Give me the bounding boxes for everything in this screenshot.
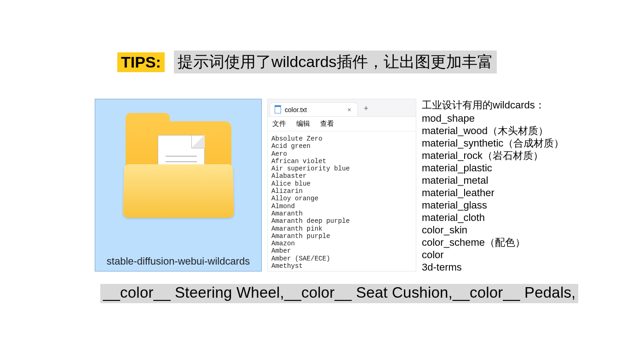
editor-tab-title: color.txt xyxy=(285,106,307,113)
editor-line: Amazon xyxy=(271,240,412,247)
editor-menu: 文件 编辑 查看 xyxy=(268,117,416,131)
wildcard-item: material_metal xyxy=(422,174,569,187)
tips-description: 提示词使用了wildcards插件，让出图更加丰富 xyxy=(174,51,497,74)
editor-line: Absolute Zero xyxy=(271,135,412,142)
menu-edit[interactable]: 编辑 xyxy=(296,119,310,128)
tips-badge: TIPS: xyxy=(117,52,165,72)
wildcards-list: mod_shapematerial_wood（木头材质）material_syn… xyxy=(422,112,569,273)
menu-file[interactable]: 文件 xyxy=(272,119,286,128)
wildcard-item: material_wood（木头材质） xyxy=(422,124,569,137)
wildcard-item: material_rock（岩石材质） xyxy=(422,149,569,162)
editor-line: Almond xyxy=(271,203,412,210)
notepad-icon xyxy=(275,106,281,113)
wildcard-item: mod_shape xyxy=(422,112,569,124)
editor-tabbar: color.txt × + xyxy=(268,99,416,117)
wildcard-item: material_synthetic（合成材质） xyxy=(422,137,569,149)
editor-body[interactable]: Absolute ZeroAcid greenAeroAfrican viole… xyxy=(268,131,416,271)
editor-line: Amaranth purple xyxy=(271,232,412,240)
editor-line: Amaranth xyxy=(271,210,412,217)
text-editor-window: color.txt × + 文件 编辑 查看 Absolute ZeroAcid… xyxy=(267,99,416,272)
wildcard-item: 3d-terms xyxy=(422,261,569,273)
wildcard-item: color xyxy=(422,249,569,261)
editor-line: Alizarin xyxy=(271,187,412,195)
editor-line: African violet xyxy=(271,158,412,165)
menu-view[interactable]: 查看 xyxy=(320,119,334,128)
editor-line: Aero xyxy=(271,150,412,158)
editor-line: Alabaster xyxy=(271,172,412,180)
editor-line: Amethyst xyxy=(271,262,412,270)
folder-panel[interactable]: stable-diffusion-webui-wildcards xyxy=(95,99,262,272)
close-icon[interactable]: × xyxy=(347,106,351,113)
wildcard-item: material_leather xyxy=(422,187,569,199)
wildcard-item: material_glass xyxy=(422,199,569,211)
wildcards-column: 工业设计有用的wildcards： mod_shapematerial_wood… xyxy=(422,99,569,273)
wildcard-item: color_scheme（配色） xyxy=(422,236,569,249)
wildcard-item: material_cloth xyxy=(422,211,569,224)
editor-line: Amaranth pink xyxy=(271,225,412,232)
wildcard-item: color_skin xyxy=(422,224,569,236)
wildcard-item: material_plastic xyxy=(422,162,569,174)
editor-line: Amber (SAE/ECE) xyxy=(271,255,412,262)
editor-line: Air superiority blue xyxy=(271,165,412,172)
example-prompt: __color__ Steering Wheel,__color__ Seat … xyxy=(100,284,578,303)
editor-line: Amber xyxy=(271,247,412,255)
editor-line: Amaranth deep purple xyxy=(271,217,412,225)
editor-line: Acid green xyxy=(271,142,412,150)
folder-icon xyxy=(126,121,231,218)
folder-caption: stable-diffusion-webui-wildcards xyxy=(95,253,261,271)
editor-line: Alice blue xyxy=(271,180,412,187)
editor-tab[interactable]: color.txt × xyxy=(270,102,358,116)
new-tab-button[interactable]: + xyxy=(363,104,368,113)
tips-header: TIPS: 提示词使用了wildcards插件，让出图更加丰富 xyxy=(117,51,497,74)
wildcards-heading: 工业设计有用的wildcards： xyxy=(422,99,569,111)
editor-line: Alloy orange xyxy=(271,195,412,202)
